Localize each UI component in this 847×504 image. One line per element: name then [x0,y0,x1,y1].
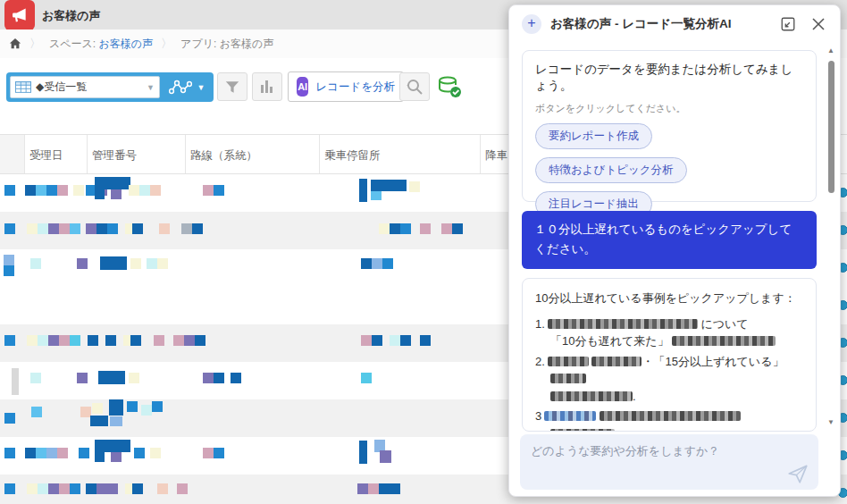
redacted-cell [139,185,150,196]
filter-icon [224,80,240,95]
graph-view-button[interactable]: ▼ [160,80,214,96]
redacted-cell [379,223,390,234]
redacted-cell [195,335,205,346]
redacted-cell [130,335,141,346]
response-list-item: 1. について「10分も遅れて来た」 [535,315,803,350]
analyze-records-button[interactable]: AI レコードを分析 [288,71,404,102]
data-sync-status-icon[interactable] [437,74,462,99]
redacted-cell [357,483,368,494]
redacted-cell [86,483,96,494]
panel-scrollbar-thumb[interactable] [828,61,834,193]
redacted-cell [390,483,400,494]
app-logo[interactable] [4,0,35,30]
ai-badge-icon: AI [297,77,308,97]
redacted-cell [181,223,192,234]
redacted-cell [382,258,393,269]
redacted-cell [452,223,463,234]
filter-button[interactable] [217,72,247,101]
redacted-cell [361,335,372,346]
search-icon [406,78,424,96]
redacted-cell [372,335,382,346]
home-icon[interactable] [9,38,21,50]
app-label: アプリ: [180,37,216,52]
column-header[interactable]: 受理日 [29,148,63,164]
redacted-cell [73,185,84,196]
redacted-cell [95,189,105,199]
redacted-cell [154,335,164,346]
column-divider [24,135,25,173]
new-chat-button[interactable]: + [522,14,541,34]
ai-response-card: 10分以上遅れている事例をピックアップします： 1. について「10分も遅れて来… [522,278,817,432]
redacted-cell [77,373,88,383]
redacted-cell [96,483,107,494]
table-view-icon [15,81,31,93]
redacted-cell [380,450,391,463]
scroll-down-arrow[interactable]: ▼ [827,418,834,426]
redacted-cell [25,448,36,458]
redacted-cell [130,258,141,269]
column-divider [185,135,186,173]
suggestion-pill-button[interactable]: 特徴およびトピック分析 [535,157,687,183]
redacted-cell [96,223,107,234]
column-header[interactable]: 路線（系統） [190,148,257,164]
view-dropdown[interactable]: ◆受信一覧 ▼ [10,76,160,98]
list-item-number: 3 [535,409,541,423]
redacted-cell [77,258,88,269]
redacted-cell [111,189,122,199]
redacted-cell [4,483,15,494]
intro-hint: ボタンをクリックしてください。 [535,102,803,115]
column-divider [319,135,320,173]
redacted-cell [359,179,367,202]
redacted-cell [4,255,14,265]
redacted-cell [203,373,214,383]
redacted-cell [98,371,125,384]
redacted-cell [86,223,96,234]
popout-button[interactable] [779,15,797,33]
redacted-cell [214,448,224,458]
redacted-cell [27,483,38,494]
list-item-number: 1. [535,317,545,331]
redacted-text [600,411,741,421]
popout-icon [780,16,796,32]
redacted-cell [70,223,80,234]
redacted-cell [111,452,122,462]
redacted-cell [177,483,188,494]
redacted-cell [38,223,48,234]
redacted-cell [203,448,214,458]
breadcrumb-separator: 〉 [161,36,172,52]
view-name: ◆受信一覧 [36,80,147,95]
view-selector: ◆受信一覧 ▼ ▼ [6,72,214,102]
redacted-cell [27,335,38,346]
column-header[interactable]: 乗車停留所 [324,148,381,164]
close-button[interactable] [809,15,827,33]
redacted-cell [371,180,407,191]
redacted-cell [95,177,130,189]
chat-input-placeholder: どのような要約や分析をしますか？ [531,443,808,459]
table-gutter [0,135,24,173]
column-header[interactable]: 降車 [485,148,507,164]
redacted-cell [379,483,390,494]
redacted-cell [46,185,57,196]
redacted-cell [110,416,122,426]
redacted-text [548,357,589,366]
redacted-cell [4,413,15,424]
redacted-cell [4,335,15,346]
redacted-cell [48,223,59,234]
redacted-text [672,336,776,346]
column-header[interactable]: 管理番号 [92,148,137,164]
suggestion-pill-button[interactable]: 要約レポート作成 [535,123,652,149]
panel-title: お客様の声 - レコード一覧分析AI [550,16,767,32]
send-button[interactable] [786,462,809,485]
scroll-up-arrow[interactable]: ▲ [827,46,834,55]
redacted-cell [214,185,224,196]
search-button[interactable] [399,72,430,101]
redacted-cell [95,440,130,452]
redacted-cell [390,223,400,234]
space-link[interactable]: お客様の声 [99,37,154,52]
chart-button[interactable] [252,72,282,101]
ai-assistant-panel: + お客様の声 - レコード一覧分析AI レコードのデータを要約または分析してみ… [508,4,841,497]
chat-input[interactable]: どのような要約や分析をしますか？ [520,434,818,490]
space-label: スペース: [49,37,96,52]
redacted-cell [36,448,46,458]
redacted-cell [36,185,46,196]
